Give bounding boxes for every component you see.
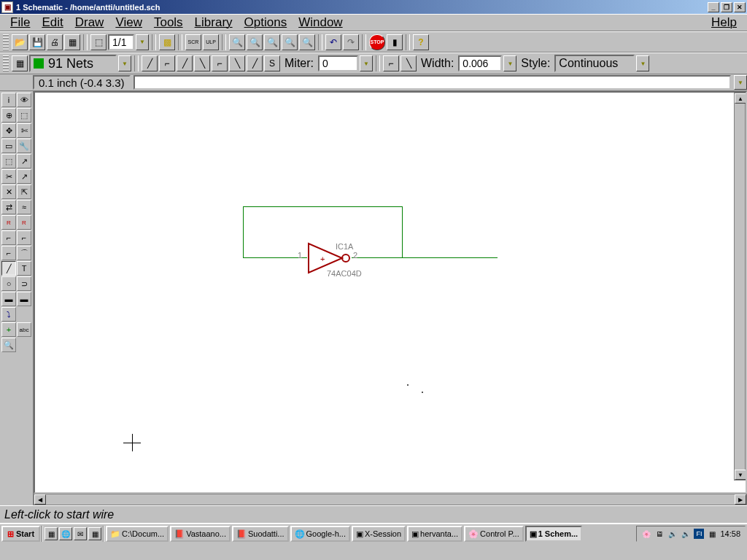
circle-tool[interactable]: ○ — [1, 276, 16, 291]
polygon-tool[interactable]: ▬ — [17, 292, 31, 306]
open-button[interactable]: 📂 — [12, 34, 28, 50]
print-button[interactable]: 🖨 — [47, 34, 63, 50]
menu-library[interactable]: Library — [189, 15, 239, 31]
mark-tool[interactable]: ⬚ — [17, 108, 31, 122]
rect-tool[interactable]: ▬ — [1, 292, 16, 306]
pinswap-tool[interactable]: ⇄ — [1, 200, 16, 214]
gateswap-tool[interactable]: ≈ — [17, 200, 31, 214]
zoom-out-button[interactable]: 🔍 — [229, 34, 245, 50]
tray-icon[interactable]: ▦ — [707, 529, 717, 539]
style-dropdown[interactable]: ▼ — [636, 55, 649, 71]
tray-icon[interactable]: 🖥 — [654, 529, 665, 539]
taskbar-task[interactable]: ▣X-Session — [352, 526, 406, 542]
scroll-left-button[interactable]: ◀ — [34, 494, 46, 505]
quicklaunch-browser[interactable]: 🌐 — [59, 527, 72, 540]
zoom-redraw-button[interactable]: 🔍 — [282, 34, 298, 50]
sheet-select-button[interactable]: ⬚ — [90, 34, 107, 50]
script-button[interactable]: SCR — [185, 34, 201, 50]
wire-bend-0[interactable]: ╱ — [142, 55, 158, 71]
menu-tools[interactable]: Tools — [148, 15, 189, 31]
coordinate-display[interactable]: 0.1 inch (-0.4 3.3) — [33, 75, 131, 90]
wire-bend-3[interactable]: ╲ — [194, 55, 210, 71]
move-tool[interactable]: ✥ — [1, 123, 16, 138]
horizontal-scrollbar[interactable]: ◀ ▶ — [34, 494, 747, 505]
text-tool-2[interactable]: ⌐ — [17, 230, 31, 245]
replace-tool[interactable]: R — [1, 215, 16, 230]
ulp-button[interactable]: ULP — [203, 34, 219, 50]
go-button[interactable]: ▮ — [387, 34, 403, 50]
info-tool[interactable]: i — [1, 93, 16, 107]
menu-view[interactable]: View — [109, 15, 148, 31]
layer-dropdown[interactable]: ▼ — [118, 55, 131, 71]
scroll-right-button[interactable]: ▶ — [735, 494, 746, 505]
maximize-button[interactable]: ❐ — [721, 2, 732, 12]
cut-tool[interactable]: ✂ — [1, 169, 16, 184]
layer-button[interactable]: ▦ — [12, 55, 28, 71]
paste-tool[interactable]: ↗ — [17, 169, 31, 184]
quicklaunch-desktop[interactable]: ▦ — [44, 527, 58, 540]
delete-tool[interactable]: ✕ — [1, 184, 16, 199]
command-history-dropdown[interactable]: ▼ — [734, 75, 747, 90]
bus-tool[interactable]: ⌒ — [17, 246, 31, 260]
show-tool[interactable]: 👁 — [17, 93, 31, 107]
taskbar-task[interactable]: 🌐Google-h... — [290, 526, 350, 542]
taskbar-task[interactable]: 📕Vastaano... — [170, 526, 231, 542]
start-button[interactable]: ⊞ Start — [1, 526, 40, 542]
language-indicator[interactable]: FI — [694, 529, 704, 539]
add-tool[interactable]: ⇱ — [17, 184, 31, 199]
schematic-canvas[interactable]: + IC1A 74AC04D 1 2 ▲ ▼ — [34, 91, 747, 494]
wire-bend-4[interactable]: ⌐ — [212, 55, 228, 71]
zoom-in-button[interactable]: 🔍 — [247, 34, 263, 50]
undo-button[interactable]: ↶ — [325, 34, 341, 50]
quicklaunch-mail[interactable]: ✉ — [74, 527, 87, 540]
redo-button[interactable]: ↷ — [343, 34, 359, 50]
cam-button[interactable]: ▦ — [64, 34, 80, 50]
junction-tool[interactable]: + — [1, 322, 16, 337]
split-tool[interactable]: ⤵ — [1, 307, 16, 322]
tray-icon[interactable]: 🔊 — [667, 529, 678, 539]
invoke-tool[interactable]: R — [17, 215, 31, 230]
miter-dropdown[interactable]: ▼ — [360, 55, 373, 71]
tray-icon[interactable]: 🌸 — [641, 529, 651, 539]
text-tool[interactable]: T — [17, 261, 31, 276]
layer-selector[interactable]: 91 Nets — [29, 55, 117, 72]
menu-window[interactable]: Window — [293, 15, 348, 31]
net-tool[interactable]: ⌐ — [1, 246, 16, 260]
display-tool[interactable]: ⊕ — [1, 108, 16, 122]
board-button[interactable]: ▩ — [159, 34, 175, 50]
rotate-tool[interactable]: 🔧 — [17, 139, 31, 153]
quicklaunch-app[interactable]: ▦ — [88, 527, 101, 540]
zoom-fit-button[interactable]: 🔍 — [264, 34, 280, 50]
taskbar-task[interactable]: 📕Suodatti... — [232, 526, 289, 542]
taskbar-task[interactable]: 🌸Control P... — [464, 526, 524, 542]
menu-file[interactable]: File — [4, 15, 36, 31]
width-field[interactable]: 0.006 — [458, 55, 502, 71]
label-tool[interactable]: abc — [17, 322, 31, 337]
style-field[interactable]: Continuous — [554, 55, 635, 72]
taskbar-task[interactable]: ▣hervanta... — [407, 526, 462, 542]
radius-straight-button[interactable]: ╲ — [400, 55, 417, 71]
stop-button[interactable]: STOP — [369, 34, 385, 50]
toolbar-grip[interactable] — [3, 34, 9, 50]
scroll-down-button[interactable]: ▼ — [735, 470, 746, 480]
taskbar-task[interactable]: 📁C:\Docum... — [106, 526, 169, 542]
width-dropdown[interactable]: ▼ — [503, 55, 516, 71]
erc-tool[interactable]: 🔍 — [1, 338, 16, 352]
command-input[interactable] — [133, 75, 731, 90]
vertical-scrollbar[interactable]: ▲ ▼ — [734, 93, 746, 481]
wire-bend-2[interactable]: ╱ — [177, 55, 193, 71]
change-tool[interactable]: ↗ — [17, 154, 31, 168]
wire-bend-1[interactable]: ⌐ — [159, 55, 175, 71]
scroll-up-button[interactable]: ▲ — [735, 93, 746, 104]
wire-bend-5[interactable]: ╲ — [229, 55, 245, 71]
arc-tool[interactable]: ⊃ — [17, 276, 31, 291]
line-tool[interactable]: ╱ — [1, 261, 16, 276]
menu-edit[interactable]: Edit — [36, 15, 69, 31]
menu-help[interactable]: Help — [705, 15, 743, 31]
close-button[interactable]: ✕ — [734, 2, 746, 12]
taskbar-task[interactable]: ▣1 Schem... — [525, 526, 582, 542]
zoom-select-button[interactable]: 🔍 — [299, 34, 315, 50]
menu-draw[interactable]: Draw — [69, 15, 110, 31]
sheet-dropdown[interactable]: ▼ — [136, 34, 149, 50]
help-button[interactable]: ? — [413, 34, 429, 50]
